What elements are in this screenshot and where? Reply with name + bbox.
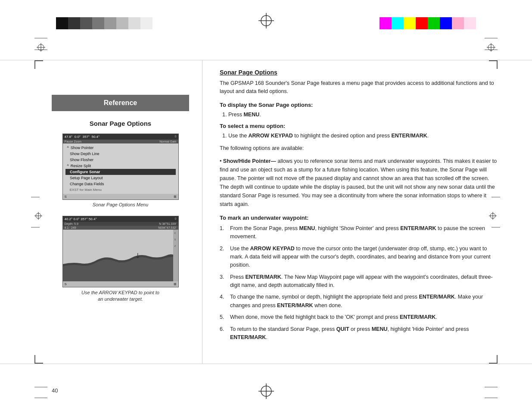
waypoint-step-5: 5. When done, move the field highlight b… (220, 313, 498, 321)
menu-item-resize-split: ^ Resize Split (65, 163, 176, 169)
color-block (68, 17, 80, 29)
side-left-reg-mark (34, 212, 42, 221)
left-sidebar: Reference Sonar Page Options 47.8° 0.0° … (0, 60, 202, 364)
show-hide-pointer-bullet: • Show/Hide Pointer— allows you to refer… (220, 157, 498, 209)
menu-item-exit: EXST for Main Menu (65, 187, 176, 193)
page-container: Reference Sonar Page Options 47.8° 0.0° … (0, 60, 532, 364)
bottom-crop-right (485, 387, 498, 387)
right-side-crop-mark (492, 227, 500, 227)
select-steps: Use the ARROW KEYPAD to highlight the de… (220, 132, 498, 140)
waypoint-step-4: 4. To change the name, symbol or depth, … (220, 293, 498, 310)
waypoint-steps-list: 1. From the Sonar Page, press MENU, high… (220, 224, 498, 342)
corner-mark-bottom-left (34, 355, 43, 364)
device-depth-row: Depth: 5.9 N 38°51.339' (63, 222, 178, 226)
sonar-display: c s z ↗ (63, 230, 178, 281)
color-block (104, 17, 116, 29)
display-options-heading: To display the Sonar Page options: (220, 102, 498, 108)
corner-mark-top-right (489, 60, 498, 69)
top-right-color-blocks (380, 17, 476, 29)
corner-mark-top-left (34, 60, 43, 69)
device-caption-1: Sonar Page Options Menu (52, 202, 189, 207)
color-block (404, 17, 416, 29)
device-header-1: 47.8° 0.0° 357° 50.4° 0 (63, 134, 178, 140)
bottom-crop-right2 (485, 398, 498, 398)
crop-mark-top-left (34, 38, 47, 38)
color-block (464, 17, 476, 29)
bottom-bar: 40 (0, 364, 532, 411)
color-block (92, 17, 104, 29)
color-block (392, 17, 404, 29)
right-side-crop-mark (492, 197, 500, 197)
waypoint-step-3: 3. Press ENTER/MARK. The New Map Waypoin… (220, 273, 498, 290)
page-number: 40 (52, 387, 58, 394)
right-content: Sonar Page Options The GPSMAP 168 Sounde… (202, 60, 532, 364)
device-footer-2: S ⊠ (63, 281, 178, 287)
device-caption-2: Use the ARROW KEYPAD to point to an unde… (52, 290, 189, 303)
crop-mark-top-right (485, 38, 498, 38)
intro-text: The GPSMAP 168 Sounder's Sonar Page feat… (220, 79, 498, 96)
device-coord-row: 4.1: 249 N094°47.532' (63, 226, 178, 230)
device-screen-2: 40.2° 0.0° 357° 50.4° 0 Depth: 5.9 N 38°… (62, 216, 179, 287)
waypoint-step-2: 2. Use the ARROW KEYPAD to move the curs… (220, 245, 498, 270)
scroll-bar: c s z (172, 230, 178, 281)
top-left-color-blocks (56, 17, 152, 29)
display-step-1: Press MENU. (228, 111, 498, 119)
reference-label: Reference (52, 95, 189, 111)
waypoint-step-1: 1. From the Sonar Page, press MENU, high… (220, 224, 498, 241)
device-menu-list: ^ Show Pointer Show Depth Line Show Flos… (63, 143, 178, 194)
menu-item-show-pointer: ^ Show Pointer (65, 145, 176, 151)
color-block (428, 17, 440, 29)
select-step-1: Use the ARROW KEYPAD to highlight the de… (228, 132, 498, 140)
right-side-reg-mark (489, 212, 497, 221)
menu-item-change-data-fields: Change Data Fields (65, 181, 176, 187)
menu-item-show-flosher: Show Flosher (65, 157, 176, 163)
waypoint-heading: To mark an underwater waypoint: (220, 215, 498, 221)
color-block (128, 17, 140, 29)
right-reg-mark (487, 43, 495, 53)
color-block (440, 17, 452, 29)
side-crop-mark (31, 227, 40, 227)
color-block (56, 17, 68, 29)
left-reg-mark (37, 43, 45, 53)
waypoint-step-6: 6. To return to the standard Sonar Page,… (220, 325, 498, 342)
color-block (80, 17, 92, 29)
device-header-values: 47.8° 0.0° 357° 50.4° (65, 135, 100, 139)
device-header-labels: 0 (175, 135, 177, 139)
bottom-crop-left2 (34, 398, 47, 398)
color-block (380, 17, 392, 29)
menu-item-configure-sonar: Configure Sonar (65, 169, 176, 175)
color-block (416, 17, 428, 29)
top-registration-mark (258, 13, 274, 30)
device-screen-1: 47.8° 0.0° 357° 50.4° 0 Pause Zoom Norma… (62, 134, 179, 200)
display-steps: Press MENU. (220, 111, 498, 119)
section-title-left: Sonar Page Options (52, 120, 189, 127)
device-footer-1: S ⊠ (63, 194, 178, 199)
color-block (140, 17, 152, 29)
section-heading: Sonar Page Options (220, 69, 498, 76)
menu-item-setup-page-layout: Setup Page Layout (65, 175, 176, 181)
menu-item-show-depth-line: Show Depth Line (65, 151, 176, 157)
select-option-heading: To select a menu option: (220, 123, 498, 129)
device-sub-header: Pause Zoom Normal Gain (63, 140, 178, 143)
top-bar (0, 0, 532, 60)
sonar-wave-svg: ↗ (63, 230, 173, 281)
corner-mark-bottom-right (489, 355, 498, 364)
options-intro: The following options are available: (220, 144, 498, 153)
bottom-crop-left (34, 387, 47, 387)
side-crop-mark (31, 197, 40, 197)
device-header-2: 40.2° 0.0° 357° 50.4° 0 (63, 216, 178, 222)
color-block (452, 17, 464, 29)
bottom-registration-mark (258, 383, 274, 400)
color-block (116, 17, 128, 29)
